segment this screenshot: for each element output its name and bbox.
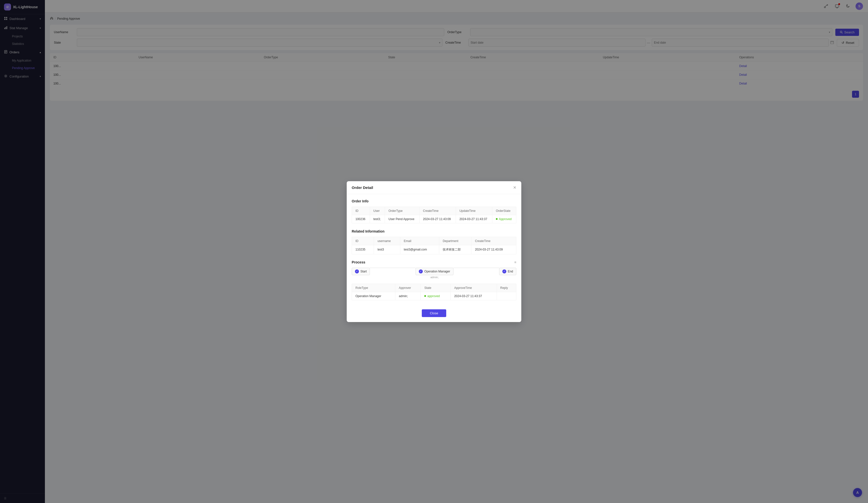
order-detail-modal: Order Detail ✕ Order Info ID User OrderT… bbox=[347, 181, 521, 322]
ri-col-email: Email bbox=[400, 237, 439, 245]
process-title: Process bbox=[352, 260, 516, 264]
related-info-table: ID username Email Department CreateTime … bbox=[352, 237, 516, 254]
oi-ordertype: User Pend Approve bbox=[385, 215, 419, 223]
process-table-header: RoleType Approver State ApproveTime Repl… bbox=[352, 284, 516, 292]
pt-col-approver: Approver bbox=[395, 284, 421, 292]
step-start: ✓ Start bbox=[352, 268, 370, 275]
pt-col-state: State bbox=[421, 284, 451, 292]
pt-col-roletype: RoleType bbox=[352, 284, 395, 292]
process-state-dot bbox=[424, 295, 426, 297]
step-start-check: ✓ bbox=[355, 270, 359, 273]
step-op-manager: ✓ Operation Manager bbox=[415, 268, 453, 275]
oi-orderstate: Approved bbox=[492, 215, 516, 223]
order-info-title: Order Info bbox=[352, 199, 516, 203]
ri-col-createtime: CreateTime bbox=[472, 237, 516, 245]
list-icon[interactable]: ≡ bbox=[514, 260, 516, 264]
oi-col-id: ID bbox=[352, 207, 370, 215]
ri-id: 110235 bbox=[352, 245, 374, 254]
pt-state: approved bbox=[421, 292, 451, 300]
approved-dot bbox=[496, 218, 498, 220]
related-info-row: 110235 test3 test3@gmail.com 技术研发二部 2024… bbox=[352, 245, 516, 254]
process-table-row: Operation Manager admin; approved 2024-0… bbox=[352, 292, 516, 300]
step-end: ✓ End bbox=[499, 268, 516, 275]
modal-header: Order Detail ✕ bbox=[347, 181, 521, 194]
order-info-table: ID User OrderType CreateTime UpdateTime … bbox=[352, 207, 516, 223]
modal-title: Order Detail bbox=[352, 186, 373, 190]
related-info-title: Related Information bbox=[352, 229, 516, 233]
pt-col-approvetime: ApproveTime bbox=[451, 284, 497, 292]
step-op-sub: admin; bbox=[430, 276, 438, 279]
process-section: Process ≡ bbox=[352, 260, 516, 264]
pt-roletype: Operation Manager bbox=[352, 292, 395, 300]
ri-username: test3 bbox=[374, 245, 400, 254]
modal-overlay[interactable]: Order Detail ✕ Order Info ID User OrderT… bbox=[0, 0, 868, 503]
ri-department: 技术研发二部 bbox=[439, 245, 471, 254]
step-end-label: End bbox=[508, 270, 513, 273]
oi-col-orderstate: OrderState bbox=[492, 207, 516, 215]
step-start-label: Start bbox=[360, 270, 366, 273]
pt-reply bbox=[497, 292, 516, 300]
approved-badge: Approved bbox=[496, 217, 513, 221]
modal-close-button[interactable]: ✕ bbox=[513, 185, 516, 190]
step-op-label: Operation Manager bbox=[424, 270, 450, 273]
oi-col-updatetime: UpdateTime bbox=[456, 207, 492, 215]
process-flow: ✓ Start ✓ Operation Manager admin; ✓ bbox=[352, 268, 516, 279]
oi-id: 100236 bbox=[352, 215, 370, 223]
modal-footer: Close bbox=[347, 305, 521, 322]
step-start-wrap: ✓ Start bbox=[352, 268, 370, 275]
oi-createtime: 2024-03-27 11:43:09 bbox=[419, 215, 456, 223]
oi-col-createtime: CreateTime bbox=[419, 207, 456, 215]
ri-col-username: username bbox=[374, 237, 400, 245]
oi-user: test3; bbox=[370, 215, 385, 223]
step-end-wrap: ✓ End bbox=[499, 268, 516, 275]
oi-col-ordertype: OrderType bbox=[385, 207, 419, 215]
related-info-header-row: ID username Email Department CreateTime bbox=[352, 237, 516, 245]
ri-email: test3@gmail.com bbox=[400, 245, 439, 254]
ri-createtime: 2024-03-27 11:43:09 bbox=[472, 245, 516, 254]
modal-close-btn[interactable]: Close bbox=[422, 309, 446, 317]
step-op-wrap: ✓ Operation Manager admin; bbox=[415, 268, 453, 279]
process-table: RoleType Approver State ApproveTime Repl… bbox=[352, 284, 516, 300]
process-state-badge: approved bbox=[424, 294, 447, 298]
step-op-check: ✓ bbox=[419, 270, 423, 273]
step-end-check: ✓ bbox=[502, 270, 506, 273]
pt-approver: admin; bbox=[395, 292, 421, 300]
ri-col-id: ID bbox=[352, 237, 374, 245]
oi-col-user: User bbox=[370, 207, 385, 215]
order-info-row: 100236 test3; User Pend Approve 2024-03-… bbox=[352, 215, 516, 223]
order-info-header-row: ID User OrderType CreateTime UpdateTime … bbox=[352, 207, 516, 215]
modal-body: Order Info ID User OrderType CreateTime … bbox=[347, 194, 521, 305]
oi-updatetime: 2024-03-27 11:43:37 bbox=[456, 215, 492, 223]
pt-col-reply: Reply bbox=[497, 284, 516, 292]
pt-approvetime: 2024-03-27 11:43:37 bbox=[451, 292, 497, 300]
ri-col-department: Department bbox=[439, 237, 471, 245]
